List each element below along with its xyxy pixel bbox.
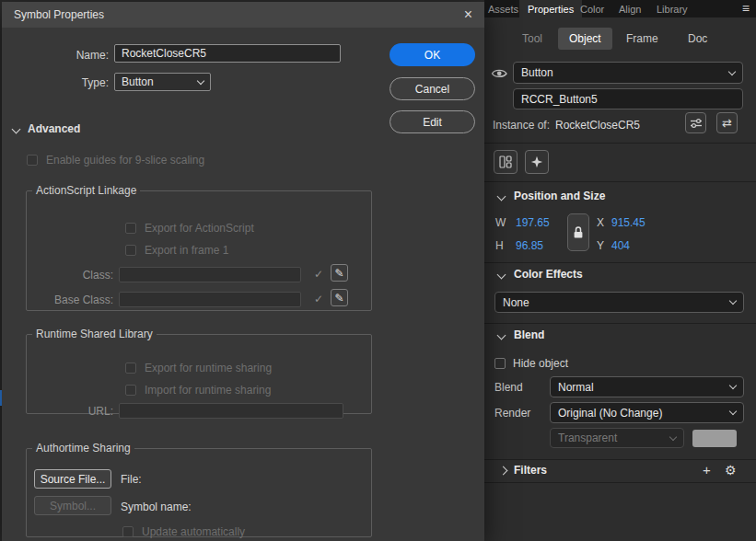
dialog-title-bar[interactable]: Symbol Properties × [2, 2, 484, 28]
actionscript-linkage-legend: ActionScript Linkage [32, 184, 140, 197]
section-filters[interactable]: Filters [514, 464, 547, 477]
instance-of-value: RocketCloseCR5 [555, 119, 640, 132]
chevron-down-icon [669, 432, 677, 440]
swap-arrows-icon: ⇄ [722, 116, 732, 130]
export-frame1-label: Export in frame 1 [145, 244, 228, 257]
panel-toggle-effects-button[interactable] [525, 150, 549, 174]
name-input[interactable]: RocketCloseCR5 [114, 44, 341, 63]
symbol-type-dropdown[interactable]: Button [513, 62, 743, 84]
class-edit-pencil-button[interactable]: ✎ [331, 264, 348, 282]
color-style-value: None [503, 296, 529, 309]
filter-options-gear-icon[interactable]: ⚙ [725, 463, 737, 478]
swap-symbol-button[interactable]: ⇄ [716, 112, 738, 133]
y-value[interactable]: 404 [611, 239, 630, 252]
export-actionscript-checkbox [125, 223, 136, 234]
divider [484, 323, 756, 324]
advanced-toggle[interactable]: Advanced [28, 122, 80, 135]
blend-mode-dropdown[interactable]: Normal [550, 376, 744, 397]
chevron-right-icon[interactable] [499, 466, 508, 476]
instance-name-value: RCCR_Button5 [521, 93, 598, 106]
properties-panel: Assets Properties Color Align Library ≡ … [484, 0, 756, 541]
type-label: Type: [37, 76, 109, 89]
chevron-down-icon [729, 297, 737, 305]
chevron-down-icon[interactable] [497, 331, 506, 340]
section-color-effects[interactable]: Color Effects [514, 268, 583, 281]
class-label: Class: [41, 269, 113, 282]
chevron-down-icon [197, 76, 204, 84]
symbol-button: Symbol... [34, 496, 111, 515]
export-frame1-checkbox [125, 245, 136, 256]
tab-assets[interactable]: Assets [488, 4, 518, 15]
import-runtime-sharing-checkbox [125, 385, 136, 396]
type-dropdown[interactable]: Button [114, 73, 211, 91]
subtab-object[interactable]: Object [558, 28, 612, 50]
cancel-button[interactable]: Cancel [390, 77, 475, 100]
url-label: URL: [41, 405, 113, 418]
bitmap-bg-color-swatch[interactable] [692, 430, 737, 447]
chevron-down-icon[interactable] [12, 125, 21, 134]
export-runtime-sharing-checkbox [125, 363, 136, 374]
base-class-validate-check-icon: ✓ [314, 293, 323, 305]
chevron-down-icon[interactable] [497, 270, 506, 280]
chevron-down-icon [729, 382, 737, 389]
tab-properties[interactable]: Properties [519, 0, 582, 17]
hide-object-checkbox[interactable] [494, 358, 506, 369]
tab-align[interactable]: Align [619, 4, 641, 15]
symbol-properties-dialog: Symbol Properties × Name: RocketCloseCR5… [2, 2, 484, 541]
name-value: RocketCloseCR5 [122, 47, 206, 60]
authortime-sharing-group: Authortime Sharing Source File... File: … [26, 442, 372, 537]
actionscript-linkage-group: ActionScript Linkage Export for ActionSc… [26, 184, 372, 311]
panel-menu-icon[interactable]: ≡ [742, 1, 750, 16]
ok-button[interactable]: OK [390, 43, 475, 66]
type-value: Button [122, 75, 154, 88]
close-icon[interactable]: × [464, 7, 472, 22]
add-filter-button[interactable]: + [703, 462, 711, 478]
divider [484, 143, 756, 144]
layout-grid-icon [499, 155, 512, 168]
x-label: X [597, 216, 604, 229]
lock-aspect-button[interactable] [567, 213, 589, 251]
section-blend[interactable]: Blend [514, 328, 544, 341]
h-value[interactable]: 96.85 [516, 239, 543, 252]
divider [484, 459, 756, 460]
chevron-down-icon [729, 408, 737, 415]
subtab-frame[interactable]: Frame [626, 32, 658, 45]
instance-of-label: Instance of: [493, 119, 550, 132]
name-label: Name: [37, 49, 109, 62]
subtab-doc[interactable]: Doc [688, 32, 707, 45]
h-label: H [495, 239, 504, 252]
runtime-shared-library-group: Runtime Shared Library Export for runtim… [26, 328, 372, 414]
render-mode-value: Original (No Change) [558, 407, 662, 420]
authortime-sharing-legend: Authortime Sharing [32, 442, 134, 455]
edit-button[interactable]: Edit [390, 110, 475, 133]
export-runtime-sharing-label: Export for runtime sharing [145, 362, 272, 374]
chevron-down-icon[interactable] [497, 192, 506, 201]
render-mode-dropdown[interactable]: Original (No Change) [550, 402, 744, 423]
hide-object-label: Hide object [513, 357, 568, 370]
dialog-title: Symbol Properties [14, 8, 104, 21]
chevron-down-icon [728, 67, 736, 75]
panel-tab-bar: Assets Properties Color Align Library ≡ [484, 0, 756, 17]
x-value[interactable]: 915.45 [611, 216, 646, 229]
tab-library[interactable]: Library [657, 4, 688, 15]
instance-settings-button[interactable] [685, 112, 706, 133]
base-class-edit-pencil-button[interactable]: ✎ [331, 289, 348, 306]
subtab-tool[interactable]: Tool [522, 32, 542, 45]
update-automatically-checkbox [122, 526, 134, 537]
color-style-dropdown[interactable]: None [494, 292, 744, 313]
section-position-size[interactable]: Position and Size [514, 190, 605, 202]
transparent-value: Transparent [558, 432, 617, 444]
lock-icon [573, 225, 584, 239]
sliders-icon [690, 118, 703, 129]
file-label: File: [121, 473, 142, 486]
panel-toggle-layout-button[interactable] [494, 150, 518, 174]
w-label: W [495, 216, 506, 229]
symbol-type-value: Button [521, 66, 553, 79]
nine-slice-label: Enable guides for 9-slice scaling [46, 154, 204, 167]
y-label: Y [597, 239, 604, 252]
tab-color[interactable]: Color [580, 4, 604, 15]
base-class-input [119, 292, 301, 307]
instance-name-input[interactable]: RCCR_Button5 [513, 88, 743, 109]
w-value[interactable]: 197.65 [516, 216, 550, 229]
source-file-button[interactable]: Source File... [34, 469, 111, 489]
